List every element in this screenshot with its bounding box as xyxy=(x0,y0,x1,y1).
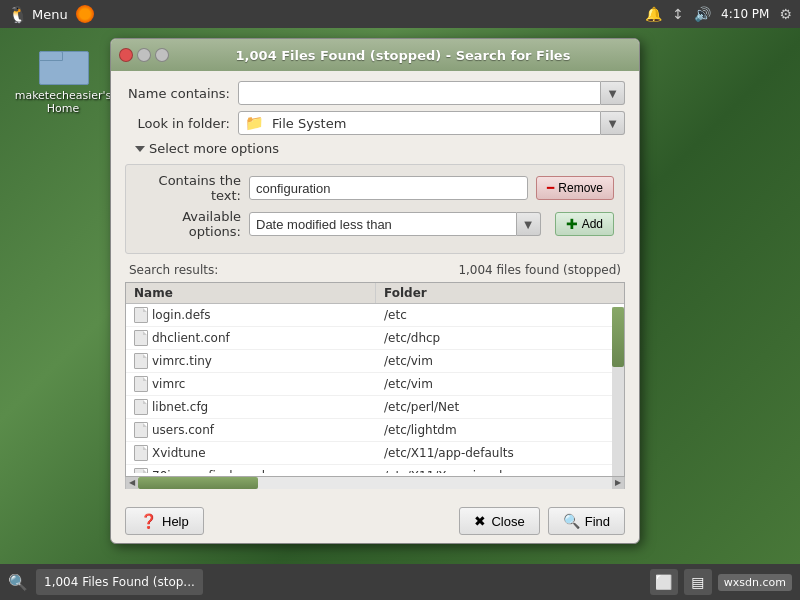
add-icon: ✚ xyxy=(566,216,578,232)
file-name-cell: users.conf xyxy=(126,421,376,439)
remove-icon: ━ xyxy=(547,181,554,195)
scroll-right-button[interactable]: ▶ xyxy=(612,477,624,489)
search-results-count: 1,004 files found (stopped) xyxy=(458,263,621,277)
name-contains-dropdown[interactable]: ▼ xyxy=(601,81,625,105)
table-row[interactable]: vimrc.tiny /etc/vim xyxy=(126,350,624,373)
look-in-input[interactable]: 📁 File System xyxy=(238,111,601,135)
file-name: vimrc xyxy=(152,377,185,391)
search-results-header: Search results: 1,004 files found (stopp… xyxy=(125,260,625,280)
more-options-row: Select more options xyxy=(125,141,625,156)
more-options-label: Select more options xyxy=(149,141,279,156)
desktop-icon-label: maketecheasier's Home xyxy=(15,89,112,115)
table-row[interactable]: Xvidtune /etc/X11/app-defaults xyxy=(126,442,624,465)
close-label: Close xyxy=(491,514,524,529)
file-folder: /etc/X11/app-defaults xyxy=(384,446,514,460)
contains-text-row: Contains the text: ━ Remove xyxy=(136,173,614,203)
search-dialog: 1,004 Files Found (stopped) - Search for… xyxy=(110,38,640,544)
network-icon: ↕ xyxy=(672,6,684,22)
contains-text-label: Contains the text: xyxy=(136,173,241,203)
name-contains-input[interactable] xyxy=(238,81,601,105)
remove-label: Remove xyxy=(558,181,603,195)
file-folder-cell: /etc/vim xyxy=(376,376,624,392)
maximize-button[interactable] xyxy=(155,48,169,62)
available-options-input[interactable] xyxy=(249,212,517,236)
look-in-label: Look in folder: xyxy=(125,116,230,131)
file-name-cell: login.defs xyxy=(126,306,376,324)
window-list-button[interactable]: ▤ xyxy=(684,569,712,595)
file-list-body[interactable]: login.defs /etc dhclient.conf /etc/dhcp … xyxy=(126,304,624,473)
table-row[interactable]: dhclient.conf /etc/dhcp xyxy=(126,327,624,350)
file-folder: /etc/lightdm xyxy=(384,423,457,437)
file-icon xyxy=(134,468,148,473)
folder-select-icon: 📁 xyxy=(245,114,264,132)
file-folder: /etc/dhcp xyxy=(384,331,440,345)
wxsdn-badge: wxsdn.com xyxy=(718,574,792,591)
close-button[interactable] xyxy=(119,48,133,62)
find-label: Find xyxy=(585,514,610,529)
file-folder-cell: /etc/X11/Xsession.d xyxy=(376,468,624,473)
find-button[interactable]: 🔍 Find xyxy=(548,507,625,535)
remove-button[interactable]: ━ Remove xyxy=(536,176,614,200)
more-options-inner: Contains the text: ━ Remove Available op… xyxy=(125,164,625,254)
help-button[interactable]: ❓ Help xyxy=(125,507,204,535)
chevron-down-icon xyxy=(135,146,145,152)
file-icon xyxy=(134,307,148,323)
firefox-icon[interactable] xyxy=(76,5,94,23)
file-folder: /etc/perl/Net xyxy=(384,400,459,414)
look-in-dropdown[interactable]: ▼ xyxy=(601,111,625,135)
file-name-cell: 70im-config_launch xyxy=(126,467,376,473)
file-name-cell: Xvidtune xyxy=(126,444,376,462)
help-label: Help xyxy=(162,514,189,529)
file-name: Xvidtune xyxy=(152,446,206,460)
available-options-row: Available options: ▼ ✚ Add xyxy=(136,209,614,239)
settings-icon[interactable]: ⚙ xyxy=(779,6,792,22)
available-options-container: ▼ xyxy=(249,212,541,236)
file-name-cell: dhclient.conf xyxy=(126,329,376,347)
name-contains-label: Name contains: xyxy=(125,86,230,101)
file-list-container: Name Folder login.defs /etc dhclient.con… xyxy=(125,282,625,477)
menu-button[interactable]: 🐧 Menu xyxy=(8,5,68,24)
look-in-container: 📁 File System ▼ xyxy=(238,111,625,135)
file-icon xyxy=(134,422,148,438)
footer-right: ✖ Close 🔍 Find xyxy=(459,507,625,535)
h-scrollbar[interactable]: ◀ ▶ xyxy=(125,477,625,489)
available-options-dropdown[interactable]: ▼ xyxy=(517,212,541,236)
available-options-label: Available options: xyxy=(136,209,241,239)
h-scrollbar-track[interactable] xyxy=(138,477,612,489)
search-results-label: Search results: xyxy=(129,263,218,277)
notification-icon: 🔔 xyxy=(645,6,662,22)
file-icon xyxy=(134,330,148,346)
taskbar-search-icon: 🔍 xyxy=(8,573,28,592)
show-desktop-button[interactable]: ⬜ xyxy=(650,569,678,595)
look-in-value: File System xyxy=(272,116,346,131)
file-name-cell: vimrc.tiny xyxy=(126,352,376,370)
find-icon: 🔍 xyxy=(563,513,580,529)
close-dialog-button[interactable]: ✖ Close xyxy=(459,507,539,535)
scroll-left-button[interactable]: ◀ xyxy=(126,477,138,489)
taskbar-item-label: 1,004 Files Found (stop... xyxy=(44,575,195,589)
table-row[interactable]: libnet.cfg /etc/perl/Net xyxy=(126,396,624,419)
h-scrollbar-thumb xyxy=(138,477,258,489)
minimize-button[interactable] xyxy=(137,48,151,62)
dialog-body: Name contains: ▼ Look in folder: 📁 File … xyxy=(111,71,639,499)
file-name: login.defs xyxy=(152,308,211,322)
file-list-header: Name Folder xyxy=(126,283,624,304)
table-row[interactable]: users.conf /etc/lightdm xyxy=(126,419,624,442)
table-row[interactable]: vimrc /etc/vim xyxy=(126,373,624,396)
taskbar-top: 🐧 Menu 🔔 ↕ 🔊 4:10 PM ⚙ xyxy=(0,0,800,28)
taskbar-bottom-item[interactable]: 1,004 Files Found (stop... xyxy=(36,569,203,595)
file-list-scrollbar[interactable] xyxy=(612,307,624,476)
look-in-row: Look in folder: 📁 File System ▼ xyxy=(125,111,625,135)
table-row[interactable]: 70im-config_launch /etc/X11/Xsession.d xyxy=(126,465,624,473)
ubuntu-icon: 🐧 xyxy=(8,5,28,24)
desktop-home-icon[interactable]: maketecheasier's Home xyxy=(28,45,98,115)
file-folder: /etc/vim xyxy=(384,354,433,368)
contains-text-input[interactable] xyxy=(249,176,528,200)
scrollbar-thumb xyxy=(612,307,624,367)
add-button[interactable]: ✚ Add xyxy=(555,212,614,236)
more-options-toggle[interactable]: Select more options xyxy=(135,141,279,156)
table-row[interactable]: login.defs /etc xyxy=(126,304,624,327)
file-name: vimrc.tiny xyxy=(152,354,212,368)
clock: 4:10 PM xyxy=(721,7,769,21)
file-name-cell: vimrc xyxy=(126,375,376,393)
